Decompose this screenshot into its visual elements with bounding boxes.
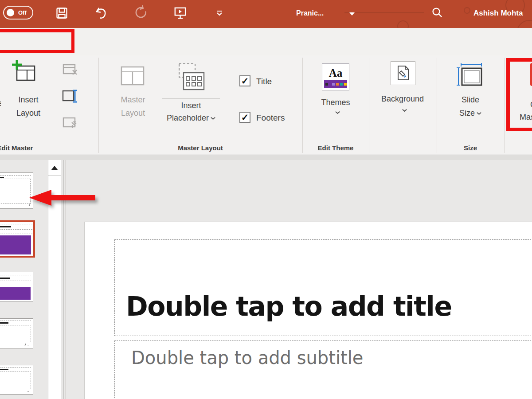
edit-theme-group-label: Edit Theme — [300, 144, 371, 152]
button-split-line — [162, 98, 220, 99]
theme-color-swatch — [336, 83, 339, 86]
thumbnail-layout-4[interactable] — [0, 365, 33, 395]
thumb-dash — [0, 275, 31, 275]
theme-color-swatch — [340, 83, 343, 86]
thumbnail-title-layout-selected[interactable] — [0, 220, 35, 258]
insert-placeholder-label2: Placeholder — [156, 113, 227, 123]
thumb-dash — [0, 281, 31, 281]
scrollbar-up-button[interactable] — [48, 160, 61, 176]
chevron-down-icon — [402, 109, 407, 113]
quick-access-dropdown-icon[interactable] — [215, 10, 223, 16]
thumb-mark — [27, 390, 29, 392]
title-bar: Off Pranic... — [0, 0, 532, 28]
search-icon[interactable] — [431, 6, 444, 19]
redo-icon[interactable] — [134, 5, 148, 20]
autosave-toggle-knob — [7, 9, 14, 16]
group-separator — [504, 58, 505, 153]
master-layout-label2: Layout — [111, 109, 155, 118]
thumb-dash — [0, 325, 31, 325]
scroll-up-arrow-icon — [51, 166, 58, 170]
ribbon-bottom-strip — [0, 155, 532, 160]
master-layout-icon — [120, 65, 145, 87]
ribbon-tab-row: Slide Master Home Insert Transitions Ani… — [0, 28, 532, 55]
background-icon — [395, 65, 411, 82]
rename-layout-icon[interactable] — [62, 89, 78, 104]
thumb-dash — [0, 372, 31, 372]
delete-layout-icon[interactable] — [62, 63, 78, 77]
clipped-button-label-fragment: e — [0, 99, 1, 108]
ribbon: e Insert Layout — [0, 55, 532, 154]
thumbnail-layout-3[interactable] — [0, 318, 33, 348]
group-separator — [369, 58, 369, 153]
autosave-toggle-label: Off — [18, 9, 27, 16]
decorative-ring — [397, 20, 409, 28]
slide-size-label2-text: Size — [459, 109, 475, 117]
insert-placeholder-label2-text: Placeholder — [167, 113, 209, 122]
thumbnail-layout-2[interactable] — [0, 272, 33, 302]
preserve-layout-icon[interactable] — [62, 116, 78, 130]
document-title-caret-icon[interactable] — [349, 12, 355, 16]
annotation-box-close-master-view — [506, 58, 532, 131]
thumb-text — [0, 369, 8, 370]
group-separator — [302, 58, 303, 153]
thumb-text — [0, 278, 10, 279]
insert-layout-label2: Layout — [6, 109, 51, 118]
thumb-placeholder — [0, 179, 31, 204]
theme-color-swatch — [344, 83, 347, 86]
thumb-mark — [24, 344, 26, 345]
themes-icon-palette — [324, 80, 347, 88]
chevron-down-icon — [211, 117, 215, 121]
user-name[interactable]: Ashish Mohta — [473, 9, 532, 18]
thumb-text — [0, 177, 4, 178]
insert-placeholder-label: Insert — [169, 101, 213, 110]
annotation-arrow-master-thumbnail — [29, 190, 96, 207]
annotation-arrow-head — [29, 190, 51, 206]
thumb-mark — [27, 344, 29, 345]
thumb-dash — [0, 175, 31, 176]
annotation-box-slide-master-tab — [0, 29, 74, 53]
powerpoint-slide-master-window: Off Pranic... — [0, 0, 532, 399]
footers-checkbox[interactable]: ✓ — [239, 112, 250, 123]
save-icon[interactable] — [55, 6, 69, 20]
slide-size-label2: Size — [448, 109, 493, 118]
group-separator — [98, 58, 99, 153]
title-checkbox-label[interactable]: Title — [256, 77, 272, 86]
edit-master-group-label: Edit Master — [0, 144, 52, 152]
group-separator — [437, 58, 437, 153]
thumbnail-master-slide[interactable] — [0, 172, 33, 209]
decorative-ring — [516, 20, 532, 28]
title-placeholder-text[interactable]: Double tap to add title — [126, 291, 452, 322]
theme-color-swatch — [332, 83, 335, 86]
thumb-purple-block — [0, 235, 31, 254]
decorative-line — [344, 12, 424, 13]
themes-icon: Aa — [322, 63, 349, 90]
thumb-purple-block — [0, 287, 31, 300]
thumb-placeholder — [31, 327, 31, 342]
footers-checkbox-label[interactable]: Footers — [256, 113, 285, 123]
subtitle-placeholder-text[interactable]: Double tap to add subtitle — [131, 348, 363, 368]
thumb-dash — [0, 224, 32, 224]
chevron-down-icon — [335, 111, 340, 115]
thumb-dash — [0, 367, 31, 368]
thumb-text — [0, 226, 11, 227]
master-layout-group-label: Master Layout — [165, 144, 236, 152]
background-icon-frame — [391, 61, 415, 85]
autosave-toggle[interactable]: Off — [3, 6, 33, 20]
slide-editing-canvas[interactable]: Double tap to add title Double tap to ad… — [84, 222, 532, 399]
thumb-dash — [0, 321, 31, 321]
master-layout-label: Master — [111, 95, 155, 105]
themes-label: Themes — [313, 98, 358, 107]
theme-color-swatch — [325, 83, 328, 86]
thumb-text — [0, 322, 8, 324]
slide-size-label: Slide — [448, 95, 493, 105]
slide-size-icon — [456, 62, 484, 88]
title-checkbox[interactable]: ✓ — [239, 75, 250, 86]
insert-layout-label: Insert — [6, 95, 51, 105]
background-label: Background — [378, 94, 427, 104]
chevron-down-icon — [477, 112, 481, 116]
start-slideshow-icon[interactable] — [173, 6, 188, 20]
document-title[interactable]: Pranic... — [296, 9, 324, 17]
annotation-arrow-shaft — [50, 195, 95, 200]
undo-icon[interactable] — [94, 6, 108, 20]
thumb-placeholder — [31, 373, 31, 389]
